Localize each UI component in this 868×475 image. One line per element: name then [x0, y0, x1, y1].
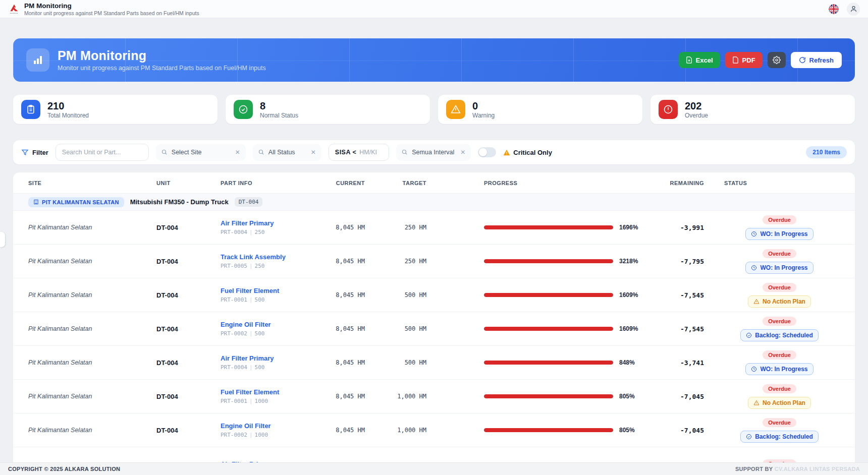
progress-bar-fill [484, 394, 613, 398]
site-group-row: PIT KALIMANTAN SELATAN Mitsubishi FM350 … [13, 194, 855, 211]
part-name-link[interactable]: Fuel Filter Element [221, 388, 311, 396]
clock-icon [751, 231, 757, 237]
support-text: SUPPORT BY CV.ALKARA LINTAS PERSADA [735, 466, 860, 472]
stat-value: 210 [47, 100, 89, 111]
action-badge[interactable]: WO: In Progress [745, 262, 813, 274]
logo-dots-decoration: •••••• [10, 12, 19, 14]
row-remaining: -3,991 [643, 224, 704, 231]
export-excel-button[interactable]: Excel [679, 52, 720, 68]
stat-value: 8 [260, 100, 298, 111]
sisa-input[interactable] [359, 149, 383, 156]
part-code-separator: | [247, 330, 255, 337]
row-current: 8,045 HM [311, 427, 365, 434]
part-code: PRT-0004|250 [221, 229, 311, 235]
progress-bar-track [484, 225, 613, 229]
copyright-text: COPYRIGHT © 2025 ALKARA SOLUTION [8, 466, 120, 472]
row-target: 250 HM [365, 224, 426, 231]
status-select[interactable]: All Status ✕ [253, 144, 321, 161]
stat-card-normal-status: 8Normal Status [226, 95, 430, 124]
table-row: Pit Kalimantan SelatanDT-004Fuel Filter … [13, 380, 855, 413]
part-interval: 250 [255, 229, 265, 235]
status-overdue-badge: Overdue [763, 317, 796, 326]
row-target: 1,000 HM [365, 393, 426, 400]
action-badge[interactable]: Backlog: Scheduled [740, 431, 819, 443]
part-code-separator: | [247, 263, 255, 269]
row-progress: 1609% [426, 325, 643, 332]
action-badge[interactable]: Backlog: Scheduled [740, 329, 819, 341]
action-badge[interactable]: WO: In Progress [745, 363, 813, 375]
row-unit: DT-004 [156, 393, 221, 400]
site-group-badge[interactable]: PIT KALIMANTAN SELATAN [28, 197, 124, 207]
part-code-separator: | [247, 229, 255, 235]
part-code: PRT-0002|500 [221, 330, 311, 337]
action-badge[interactable]: WO: In Progress [745, 228, 813, 240]
search-icon [161, 149, 168, 155]
clear-status-icon[interactable]: ✕ [311, 149, 316, 156]
action-badge[interactable]: No Action Plan [748, 295, 811, 308]
clipboard-icon [21, 100, 40, 119]
pdf-file-icon [732, 56, 739, 64]
part-interval: 500 [255, 330, 265, 337]
user-profile-icon[interactable] [847, 3, 860, 16]
row-progress: 805% [426, 427, 643, 434]
refresh-icon [799, 56, 806, 64]
part-name-link[interactable]: Track Link Assembly [221, 253, 311, 261]
status-overdue-badge: Overdue [763, 283, 796, 292]
site-select[interactable]: Select Site ✕ [156, 144, 246, 161]
table-row: Pit Kalimantan SelatanDT-004Engine Oil F… [13, 413, 855, 447]
row-progress: 1609% [426, 291, 643, 299]
part-name-link[interactable]: Fuel Filter Element [221, 287, 311, 294]
banner-title: PM Monitoring [58, 48, 266, 63]
part-code-value: PRT-0002 [221, 432, 247, 438]
warning-icon [753, 299, 760, 305]
language-flag-icon[interactable] [829, 4, 839, 14]
row-site: Pit Kalimantan Selatan [28, 359, 156, 366]
row-status: OverdueWO: In Progress [704, 350, 855, 375]
progress-bar-track [484, 394, 613, 398]
row-current: 8,045 HM [311, 393, 365, 400]
part-name-link[interactable]: Air Filter Primary [221, 354, 311, 362]
sisa-label: SISA < [335, 149, 356, 156]
stat-label: Total Monitored [47, 112, 89, 119]
footer: COPYRIGHT © 2025 ALKARA SOLUTION SUPPORT… [0, 462, 868, 475]
row-current: 8,045 HM [311, 224, 365, 231]
action-badge[interactable]: No Action Plan [748, 397, 811, 409]
interval-select[interactable]: Semua Interval ✕ [396, 144, 471, 161]
part-name-link[interactable]: Air Filter Primary [221, 219, 311, 227]
stat-label: Normal Status [260, 112, 298, 119]
col-status: STATUS [704, 180, 855, 186]
row-part-info: Air Filter PrimaryPRT-0004|250 [221, 219, 311, 235]
part-code-separator: | [247, 398, 255, 404]
row-status: OverdueBacklog: Scheduled [704, 317, 855, 341]
part-code: PRT-0004|500 [221, 364, 311, 371]
row-target: 500 HM [365, 359, 426, 366]
status-overdue-badge: Overdue [763, 350, 796, 360]
stat-value: 0 [472, 100, 495, 111]
status-overdue-badge: Overdue [763, 215, 796, 224]
progress-percent: 805% [619, 393, 635, 400]
group-unit-code: DT-004 [235, 197, 263, 207]
progress-bar-fill [484, 293, 613, 297]
row-progress: 3218% [426, 258, 643, 265]
part-name-link[interactable]: Engine Oil Filter [221, 321, 311, 328]
part-name-link[interactable]: Engine Oil Filter [221, 422, 311, 430]
table-row: Pit Kalimantan SelatanDT-004Track Link A… [13, 245, 855, 278]
stat-label: Warning [472, 112, 495, 119]
export-pdf-button[interactable]: PDF [725, 52, 763, 68]
row-target: 500 HM [365, 325, 426, 332]
col-progress: PROGRESS [426, 180, 643, 186]
search-input[interactable] [56, 144, 149, 161]
action-label: No Action Plan [763, 298, 805, 305]
row-site: Pit Kalimantan Selatan [28, 393, 156, 400]
edge-drawer-handle[interactable] [0, 232, 5, 247]
clear-site-icon[interactable]: ✕ [235, 149, 240, 156]
group-unit-name: Mitsubishi FM350 - Dump Truck [130, 198, 229, 206]
sisa-threshold-field: SISA < [329, 144, 389, 161]
top-bar: •••••• PM Monitoring Monitor unit progre… [0, 0, 868, 18]
clear-interval-icon[interactable]: ✕ [460, 149, 465, 156]
part-code-separator: | [247, 432, 255, 438]
critical-only-toggle[interactable] [478, 147, 496, 157]
stat-card-overdue: 202Overdue [650, 95, 855, 124]
refresh-button[interactable]: Refresh [791, 52, 842, 68]
settings-button[interactable] [768, 52, 786, 68]
